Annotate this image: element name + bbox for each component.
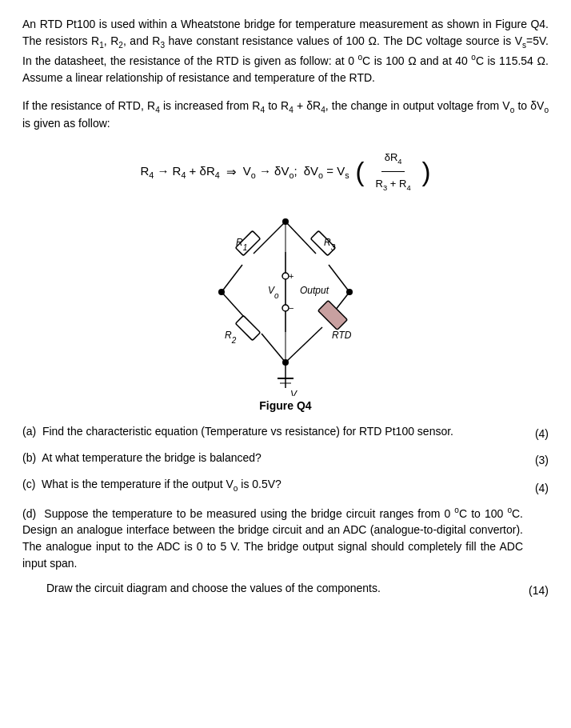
svg-text:+: + [289, 271, 293, 281]
question-d-sub-marks: (14) [522, 584, 549, 597]
question-c: (c) What is the temperature if the outpu… [22, 476, 549, 494]
question-d-sub: Draw the circuit diagram and choose the … [22, 580, 522, 597]
question-a: (a) Find the characteristic equation (Te… [22, 423, 549, 440]
svg-point-14 [282, 305, 289, 311]
question-b-marks: (3) [523, 454, 549, 466]
question-d: (d) Suppose the temperature to be measur… [22, 504, 549, 598]
svg-rect-3 [318, 300, 348, 330]
svg-point-13 [282, 273, 289, 279]
question-a-label: (a) [22, 425, 36, 438]
question-d-label: (d) [22, 506, 36, 519]
svg-text:−: − [289, 303, 293, 313]
svg-point-10 [346, 289, 353, 295]
svg-text:Output: Output [300, 285, 329, 296]
question-c-label: (c) [22, 478, 35, 490]
svg-point-8 [218, 289, 225, 295]
circuit-diagram: + − Output Vs R1 R3 R2 RTD Vo [22, 204, 549, 396]
formula-intro: If the resistance of RTD, R4 is increase… [22, 98, 549, 133]
svg-rect-2 [235, 315, 260, 340]
svg-text:RTD: RTD [332, 330, 352, 341]
svg-text:R2: R2 [225, 330, 237, 345]
svg-text:Vo: Vo [268, 285, 279, 300]
formula-block: R4 → R4 + δR4 ⇒ Vo → δVo; δVo = Vs ( δR4… [22, 146, 549, 195]
question-c-marks: (4) [523, 482, 549, 494]
question-a-marks: (4) [523, 427, 549, 440]
intro-paragraph: An RTD Pt100 is used within a Wheatstone… [22, 16, 549, 86]
question-b-label: (b) [22, 451, 36, 464]
figure-label: Figure Q4 [22, 399, 549, 412]
question-b: (b) At what temperature the bridge is ba… [22, 450, 549, 466]
svg-text:Vs: Vs [290, 389, 301, 396]
